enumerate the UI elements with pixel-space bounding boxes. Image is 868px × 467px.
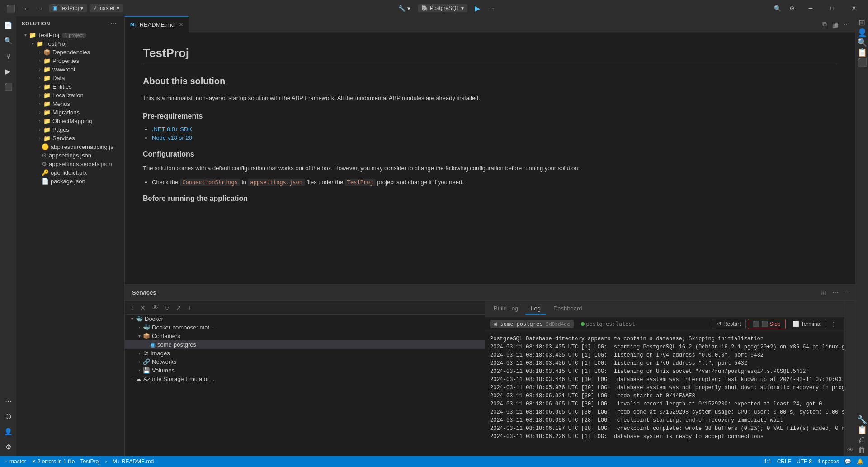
log-tab-buildlog[interactable]: Build Log — [488, 303, 524, 315]
tree-item-package[interactable]: 📄 package.json — [16, 177, 124, 186]
stop-icon: ⬛ — [753, 321, 760, 327]
tree-item-solution[interactable]: ▾ 📁 TestProj 1 project — [16, 31, 124, 39]
right-btn-7[interactable]: 📋 — [858, 425, 867, 434]
close-button[interactable]: ✕ — [844, 0, 864, 16]
activity-files-button[interactable]: 📄 — [1, 18, 15, 33]
tools-button[interactable]: 🔧 ▾ — [396, 3, 413, 14]
services-collapse-button[interactable]: ↕ — [128, 303, 136, 312]
log-tab-log[interactable]: Log — [525, 303, 546, 315]
restart-button[interactable]: ↺ Restart — [712, 319, 746, 329]
maximize-button[interactable]: □ — [822, 0, 843, 16]
tab-close-button[interactable]: ✕ — [179, 22, 183, 28]
panel-close-button[interactable]: ─ — [843, 288, 852, 297]
activity-account-button[interactable]: 👤 — [1, 424, 15, 439]
activity-search-button[interactable]: 🔍 — [1, 33, 15, 48]
services-view-button[interactable]: 👁 — [150, 303, 160, 312]
tree-item-appsettings[interactable]: ⚙ appsettings.json — [16, 151, 124, 160]
tree-item-appsettings-secrets[interactable]: ⚙ appsettings.secrets.json — [16, 160, 124, 168]
services-item-compose[interactable]: › 🐳 Docker-compose: mat… — [125, 323, 485, 332]
branch-selector[interactable]: ⑂ master ▾ — [90, 4, 123, 12]
tree-item-entities[interactable]: › 📁 Entities — [16, 82, 124, 91]
database-selector[interactable]: 🐘 PostgreSQL ▾ — [418, 4, 467, 12]
nav-forward-button[interactable]: → — [35, 3, 46, 14]
right-btn-5[interactable]: ⬛ — [858, 58, 867, 67]
tree-item-wwwroot[interactable]: › 📁 wwwroot — [16, 65, 124, 74]
search-button[interactable]: 🔍 — [771, 3, 784, 14]
minimize-button[interactable]: ─ — [800, 0, 821, 16]
log-content: PostgreSQL Database directory appears to… — [485, 331, 844, 456]
right-btn-6[interactable]: 🔧 — [858, 415, 867, 424]
services-link-button[interactable]: ↗ — [174, 303, 184, 312]
activity-extensions-button[interactable]: ⬛ — [1, 80, 15, 94]
right-btn-4[interactable]: 📋 — [858, 48, 867, 57]
tab-split-button[interactable]: ⧉ — [821, 19, 829, 29]
tree-item-localization[interactable]: › 📁 Localization — [16, 91, 124, 100]
nav-back-button[interactable]: ← — [21, 3, 32, 14]
services-item-docker[interactable]: ▾ 🐳 Docker — [125, 315, 485, 323]
more-button[interactable]: ⋯ — [487, 3, 499, 14]
services-item-networks[interactable]: › 🔗 Networks — [125, 357, 485, 366]
status-file[interactable]: M↓ README.md — [113, 458, 154, 465]
tree-item-properties[interactable]: › 📁 Properties — [16, 57, 124, 65]
tree-item-abpresource[interactable]: 🟡 abp.resourcemapping.js — [16, 143, 124, 151]
services-item-azurite[interactable]: › ☁ Azurite Storage Emulator… — [125, 375, 485, 383]
stop-label: ⬛ Stop — [761, 321, 781, 327]
tree-item-objectmapping[interactable]: › 📁 ObjectMapping — [16, 117, 124, 125]
right-btn-1[interactable]: ⊞ — [858, 18, 867, 27]
volumes-arrow: › — [136, 368, 143, 373]
activity-more-button[interactable]: ⋯ — [1, 394, 15, 408]
panel-expand-button[interactable]: ⊞ — [818, 288, 828, 297]
status-feedback[interactable]: 💬 — [844, 458, 851, 465]
tree-item-pages[interactable]: › 📁 Pages — [16, 125, 124, 134]
services-item-postgres[interactable]: ▣ some-postgres — [125, 340, 485, 349]
status-spaces[interactable]: 4 spaces — [817, 458, 839, 465]
tree-item-services[interactable]: › 📁 Services — [16, 134, 124, 143]
tree-item-project[interactable]: ▾ 📁 TestProj — [16, 39, 124, 48]
run-button[interactable]: ▶ — [472, 2, 483, 14]
status-errors[interactable]: ✕ 2 errors in 1 file — [32, 458, 75, 465]
settings-button[interactable]: ⚙ — [787, 3, 797, 14]
tree-item-openiddict[interactable]: 🔑 openiddict.pfx — [16, 168, 124, 177]
tab-more-button[interactable]: ⋯ — [842, 20, 852, 29]
log-more-button[interactable]: ⋮ — [828, 319, 839, 329]
services-filter-button[interactable]: ▽ — [162, 303, 172, 312]
status-linecol[interactable]: 1:1 — [764, 458, 772, 465]
status-lineending[interactable]: CRLF — [777, 458, 791, 465]
tab-readme[interactable]: M↓ README.md ✕ — [125, 16, 189, 33]
services-add-button[interactable]: + — [185, 303, 193, 312]
right-btn-8[interactable]: 🖨 — [858, 435, 867, 444]
tab-layout-button[interactable]: ▦ — [830, 20, 840, 29]
services-item-containers[interactable]: ▾ 📦 Containers — [125, 332, 485, 340]
prereq-link-node[interactable]: Node v18 or 20 — [152, 134, 192, 141]
terminal-button[interactable]: ⬜ Terminal — [788, 319, 826, 329]
log-tab-dashboard[interactable]: Dashboard — [548, 303, 588, 315]
right-btn-2[interactable]: 👤 — [858, 28, 867, 37]
prereq-link-dotnet[interactable]: .NET 8.0+ SDK — [152, 126, 192, 133]
services-item-images[interactable]: › 🗂 Images — [125, 349, 485, 357]
editor-config-list: Check the ConnectionStrings in appsettin… — [143, 179, 837, 186]
tab-bar: M↓ README.md ✕ ⧉ ▦ ⋯ — [125, 16, 855, 33]
activity-git-button[interactable]: ⑂ — [1, 49, 15, 63]
tree-item-data[interactable]: › 📁 Data — [16, 74, 124, 82]
activity-run-button[interactable]: ▶ — [1, 64, 15, 79]
app-menu-button[interactable]: ⬛ — [4, 2, 18, 14]
tree-item-dependencies[interactable]: › 📦 Dependencies — [16, 48, 124, 57]
stop-button[interactable]: ⬛ ⬛ Stop — [748, 319, 786, 329]
right-btn-3[interactable]: 🔍 — [858, 38, 867, 47]
log-eye-button[interactable]: 👁 — [846, 445, 855, 454]
tree-item-menus[interactable]: › 📁 Menus — [16, 100, 124, 108]
status-branch[interactable]: ⑂ master — [5, 458, 26, 465]
project-selector[interactable]: ▣ TestProj ▾ — [49, 4, 87, 12]
services-item-volumes[interactable]: › 💾 Volumes — [125, 366, 485, 375]
activity-remote-button[interactable]: ⬡ — [1, 409, 15, 424]
panel-more-button[interactable]: ⋯ — [830, 288, 841, 297]
status-project[interactable]: TestProj — [80, 458, 99, 465]
tree-item-migrations[interactable]: › 📁 Migrations — [16, 108, 124, 117]
container-icon: ▣ — [494, 321, 500, 327]
sidebar-menu-button[interactable]: ⋯ — [108, 19, 119, 28]
right-btn-9[interactable]: 🗑 — [858, 445, 867, 454]
status-encoding[interactable]: UTF-8 — [797, 458, 812, 465]
activity-gear-button[interactable]: ⚙ — [1, 440, 15, 454]
status-notifications[interactable]: 🔔 — [857, 458, 863, 465]
services-stop-button[interactable]: ✕ — [138, 303, 148, 312]
